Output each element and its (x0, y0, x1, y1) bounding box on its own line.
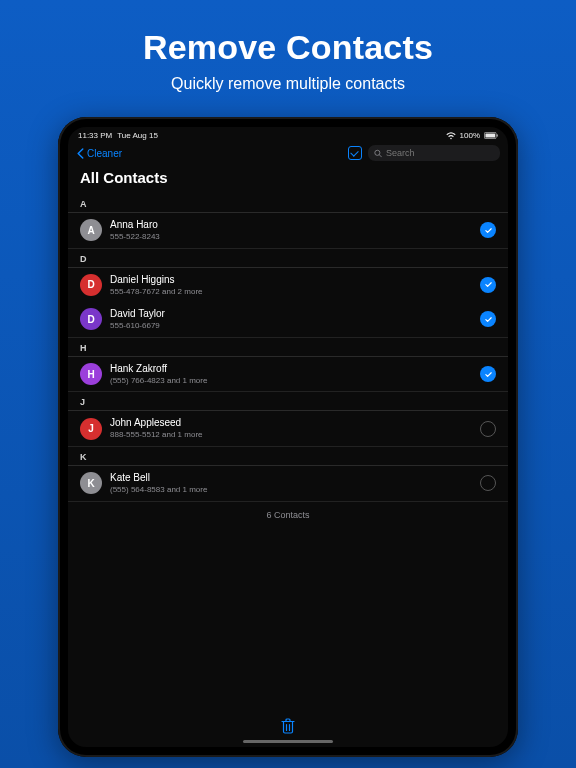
contact-sub: (555) 766-4823 and 1 more (110, 376, 472, 386)
contact-name: Hank Zakroff (110, 363, 472, 375)
contact-row[interactable]: D Daniel Higgins 555-478-7672 and 2 more (68, 268, 508, 303)
section-header: J (68, 392, 508, 411)
svg-rect-1 (485, 133, 495, 137)
contact-row[interactable]: A Anna Haro 555-522-8243 (68, 213, 508, 249)
contact-count: 6 Contacts (68, 502, 508, 528)
contact-text: Anna Haro 555-522-8243 (110, 219, 472, 242)
device-frame: 11:33 PM Tue Aug 15 100% Cleaner All Con… (58, 117, 518, 757)
back-label: Cleaner (87, 148, 122, 159)
contact-sub: 555-522-8243 (110, 232, 472, 242)
avatar: K (80, 472, 102, 494)
search-icon (374, 149, 382, 158)
home-indicator[interactable] (243, 740, 333, 743)
battery-icon (484, 132, 498, 139)
svg-rect-2 (497, 134, 498, 137)
contact-name: Kate Bell (110, 472, 472, 484)
avatar: D (80, 308, 102, 330)
contact-text: David Taylor 555-610-6679 (110, 308, 472, 331)
battery-percent: 100% (460, 131, 480, 140)
wifi-icon (446, 132, 456, 140)
checkbox-unchecked-icon[interactable] (480, 421, 496, 437)
checkbox-unchecked-icon[interactable] (480, 475, 496, 491)
back-button[interactable]: Cleaner (76, 148, 122, 159)
contact-row[interactable]: J John Appleseed 888-555-5512 and 1 more (68, 411, 508, 447)
contact-text: Daniel Higgins 555-478-7672 and 2 more (110, 274, 472, 297)
section-header: A (68, 194, 508, 213)
contact-name: Daniel Higgins (110, 274, 472, 286)
contact-text: Kate Bell (555) 564-8583 and 1 more (110, 472, 472, 495)
promo-subtitle: Quickly remove multiple contacts (0, 75, 576, 93)
avatar: A (80, 219, 102, 241)
contact-text: Hank Zakroff (555) 766-4823 and 1 more (110, 363, 472, 386)
nav-bar: Cleaner (68, 142, 508, 165)
status-date: Tue Aug 15 (117, 131, 158, 140)
avatar: J (80, 418, 102, 440)
contact-sub: 555-478-7672 and 2 more (110, 287, 472, 297)
contact-name: David Taylor (110, 308, 472, 320)
status-bar: 11:33 PM Tue Aug 15 100% (68, 127, 508, 142)
contact-row[interactable]: H Hank Zakroff (555) 766-4823 and 1 more (68, 357, 508, 393)
contact-row[interactable]: K Kate Bell (555) 564-8583 and 1 more (68, 466, 508, 502)
contact-name: Anna Haro (110, 219, 472, 231)
status-time: 11:33 PM (78, 131, 112, 140)
select-toggle-icon[interactable] (348, 146, 362, 160)
contact-sub: (555) 564-8583 and 1 more (110, 485, 472, 495)
contact-sub: 555-610-6679 (110, 321, 472, 331)
chevron-left-icon (76, 148, 84, 159)
svg-line-4 (379, 154, 381, 156)
section-header: K (68, 447, 508, 466)
contact-name: John Appleseed (110, 417, 472, 429)
screen: 11:33 PM Tue Aug 15 100% Cleaner All Con… (68, 127, 508, 747)
contact-row[interactable]: D David Taylor 555-610-6679 (68, 302, 508, 338)
promo-title: Remove Contacts (0, 28, 576, 67)
search-input[interactable] (386, 148, 494, 158)
trash-icon (281, 718, 295, 734)
checkbox-checked-icon[interactable] (480, 277, 496, 293)
section-header: H (68, 338, 508, 357)
checkbox-checked-icon[interactable] (480, 222, 496, 238)
trash-button[interactable] (281, 718, 295, 734)
checkbox-checked-icon[interactable] (480, 311, 496, 327)
promo-header: Remove Contacts Quickly remove multiple … (0, 0, 576, 93)
contact-text: John Appleseed 888-555-5512 and 1 more (110, 417, 472, 440)
bottom-toolbar (68, 712, 508, 747)
page-title: All Contacts (68, 165, 508, 194)
checkbox-checked-icon[interactable] (480, 366, 496, 382)
avatar: H (80, 363, 102, 385)
search-field[interactable] (368, 145, 500, 161)
contact-list[interactable]: A A Anna Haro 555-522-8243 D D Daniel Hi… (68, 194, 508, 747)
contact-sub: 888-555-5512 and 1 more (110, 430, 472, 440)
section-header: D (68, 249, 508, 268)
avatar: D (80, 274, 102, 296)
